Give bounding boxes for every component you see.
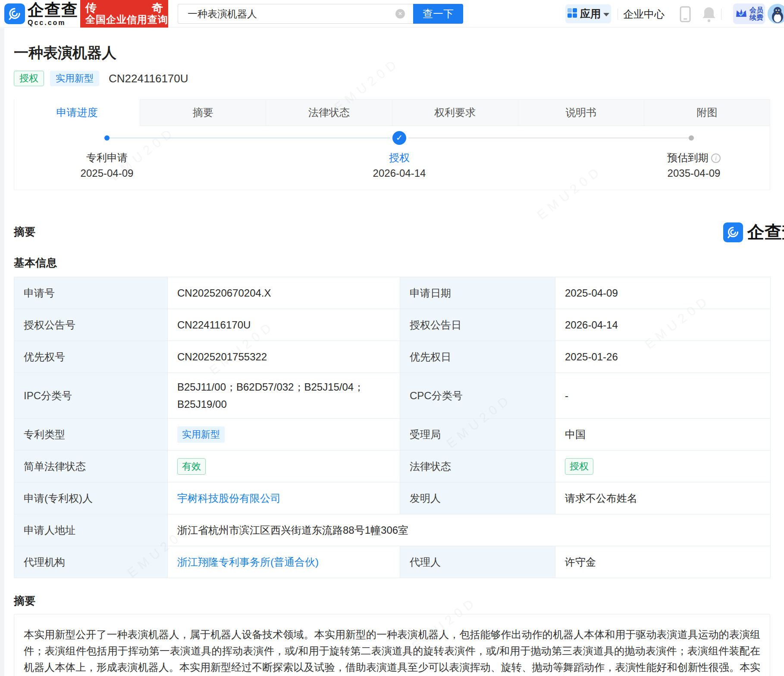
field-value: 浙江省杭州市滨江区西兴街道东流路88号1幢306室 xyxy=(168,514,771,546)
field-label: 受理局 xyxy=(400,419,555,451)
field-value: 中国 xyxy=(555,419,771,451)
tab-description[interactable]: 说明书 xyxy=(518,99,644,126)
search-bar: × 查一下 xyxy=(178,4,463,24)
progress-card: 申请进度 摘要 法律状态 权利要求 说明书 附图 ✓ 专利申请 授权 预估到期i… xyxy=(14,99,770,190)
field-value: 许守金 xyxy=(555,546,771,578)
brand-name: 企查查 xyxy=(28,1,78,19)
section-title-abstract: 摘要 xyxy=(14,594,784,608)
field-value: B25J11/00；B62D57/032；B25J15/04；B25J19/00 xyxy=(168,373,400,419)
field-label: 申请人地址 xyxy=(14,514,168,546)
simple-legal-status-tag: 有效 xyxy=(177,458,206,475)
basic-info-table: 申请号 CN202520670204.X 申请日期 2025-04-09 授权公… xyxy=(14,277,771,578)
qcc-logo-icon[interactable] xyxy=(4,3,25,24)
timeline-step-date: 2035-04-09 xyxy=(638,167,750,179)
info-icon[interactable]: i xyxy=(711,153,721,163)
table-row: 专利类型 实用新型 受理局 中国 xyxy=(14,419,771,451)
qcc-watermark-logo-text: 企查查 xyxy=(747,220,784,244)
tab-application-progress[interactable]: 申请进度 xyxy=(14,99,140,126)
divider xyxy=(721,9,721,20)
field-label: 优先权日 xyxy=(400,341,555,373)
bell-icon[interactable] xyxy=(702,6,716,24)
field-value: 2025-01-26 xyxy=(555,341,771,373)
field-label: 授权公告号 xyxy=(14,309,168,341)
tab-bar: 申请进度 摘要 法律状态 权利要求 说明书 附图 xyxy=(14,99,770,126)
field-label: 优先权号 xyxy=(14,341,168,373)
table-row: IPC分类号 B25J11/00；B62D57/032；B25J15/04；B2… xyxy=(14,373,771,419)
timeline-check-icon: ✓ xyxy=(392,131,406,145)
field-label: IPC分类号 xyxy=(14,373,168,419)
vip-renew-button[interactable]: 会员续费 xyxy=(733,3,765,24)
field-value: 请求不公布姓名 xyxy=(555,482,771,514)
field-value: 实用新型 xyxy=(168,419,400,451)
field-value: 浙江翔隆专利事务所(普通合伙) xyxy=(168,546,400,578)
field-label: 代理人 xyxy=(400,546,555,578)
publication-number: CN224116170U xyxy=(109,72,188,85)
search-button[interactable]: 查一下 xyxy=(413,4,463,24)
enterprise-center-link[interactable]: 企业中心 xyxy=(623,7,665,21)
table-row: 申请(专利权)人 宇树科技股份有限公司 发明人 请求不公布姓名 xyxy=(14,482,771,514)
apps-label: 应用 xyxy=(580,7,601,21)
field-label: 发明人 xyxy=(400,482,555,514)
field-value: 授权 xyxy=(555,451,771,482)
abstract-box: 本实用新型公开了一种表演机器人，属于机器人设备技术领域。本实用新型的一种表演机器… xyxy=(14,614,770,676)
timeline-segment-future xyxy=(406,138,689,138)
apps-grid-icon xyxy=(567,8,577,20)
field-label: 申请日期 xyxy=(400,277,555,309)
apps-menu-button[interactable]: 应用 xyxy=(565,4,611,23)
field-label: 简单法律状态 xyxy=(14,451,168,482)
brand-block[interactable]: 企查查 Qcc.com xyxy=(28,1,78,27)
field-value: - xyxy=(555,373,771,419)
tab-legal-status[interactable]: 法律状态 xyxy=(266,99,392,126)
tab-claims[interactable]: 权利要求 xyxy=(392,99,518,126)
patent-type-badge: 实用新型 xyxy=(50,71,99,86)
qcc-watermark-logo: 企查查 xyxy=(723,220,784,244)
tab-drawings[interactable]: 附图 xyxy=(644,99,770,126)
timeline-dot-filed xyxy=(104,135,110,141)
penguin-avatar[interactable] xyxy=(768,4,784,24)
timeline-step-label: 授权 xyxy=(343,151,455,165)
field-value: 有效 xyxy=(168,451,400,482)
patent-type-tag: 实用新型 xyxy=(177,426,225,443)
legal-status-tag: 授权 xyxy=(565,458,593,475)
promo-line1: 传奇 xyxy=(85,2,163,14)
patent-badges: 授权 实用新型 CN224116170U xyxy=(14,71,784,86)
patent-title: 一种表演机器人 xyxy=(14,43,784,63)
vip-label: 会员续费 xyxy=(750,6,763,21)
field-value: CN202520670204.X xyxy=(168,277,400,309)
patent-timeline: ✓ 专利申请 授权 预估到期i 2025-04-09 2026-04-14 20… xyxy=(14,126,770,190)
field-label: 法律状态 xyxy=(400,451,555,482)
field-label: CPC分类号 xyxy=(400,373,555,419)
qcc-watermark-logo-icon xyxy=(723,222,743,242)
abstract-text: 本实用新型公开了一种表演机器人，属于机器人设备技术领域。本实用新型的一种表演机器… xyxy=(24,626,760,676)
timeline-segment-done xyxy=(110,138,392,138)
promo-line2: 全国企业信用查询 xyxy=(85,14,163,25)
field-value: 2025-04-09 xyxy=(555,277,771,309)
search-clear-icon[interactable]: × xyxy=(395,9,405,19)
field-value: 2026-04-14 xyxy=(555,309,771,341)
field-label: 授权公告日 xyxy=(400,309,555,341)
timeline-step-date: 2026-04-14 xyxy=(343,167,455,179)
top-header: 企查查 Qcc.com 传奇 全国企业信用查询 × 查一下 应用 企业中心 xyxy=(0,0,784,28)
search-input[interactable] xyxy=(178,4,413,24)
timeline-step-label: 预估到期i xyxy=(638,151,750,165)
timeline-dot-expiry xyxy=(689,135,694,141)
section-title-basic-info: 基本信息 xyxy=(14,256,784,270)
promo-banner[interactable]: 传奇 全国企业信用查询 xyxy=(80,0,168,28)
crown-icon xyxy=(735,7,748,20)
field-label: 申请号 xyxy=(14,277,168,309)
table-row: 优先权号 CN2025201755322 优先权日 2025-01-26 xyxy=(14,341,771,373)
tab-summary[interactable]: 摘要 xyxy=(140,99,266,126)
field-value: CN224116170U xyxy=(168,309,400,341)
field-label: 专利类型 xyxy=(14,419,168,451)
field-label: 代理机构 xyxy=(14,546,168,578)
field-label: 申请(专利权)人 xyxy=(14,482,168,514)
table-row: 简单法律状态 有效 法律状态 授权 xyxy=(14,451,771,482)
table-row: 代理机构 浙江翔隆专利事务所(普通合伙) 代理人 许守金 xyxy=(14,546,771,578)
chevron-down-icon xyxy=(603,13,609,16)
applicant-link[interactable]: 宇树科技股份有限公司 xyxy=(177,492,281,504)
mobile-phone-icon[interactable] xyxy=(680,6,691,24)
timeline-step-label: 专利申请 xyxy=(51,151,163,165)
agency-link[interactable]: 浙江翔隆专利事务所(普通合伙) xyxy=(177,556,319,568)
table-row: 申请号 CN202520670204.X 申请日期 2025-04-09 xyxy=(14,277,771,309)
section-title-summary: 摘要 xyxy=(14,225,35,239)
